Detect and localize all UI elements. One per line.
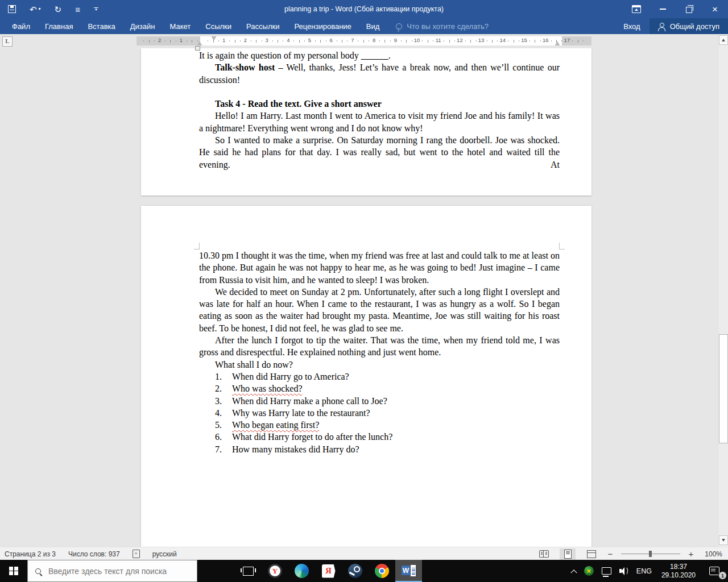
taskbar-app-edge[interactable] (288, 560, 315, 582)
yandex-icon: Я (322, 564, 336, 578)
web-layout-button[interactable] (584, 548, 599, 560)
page1-text: It is again the question of my personal … (199, 48, 560, 171)
ruler-tick (149, 40, 150, 43)
taskbar-clock[interactable]: 18:37 29.10.2020 (656, 563, 701, 580)
touch-mouse-mode-button[interactable]: ≡ (75, 5, 80, 14)
tell-me-label: Что вы хотите сделать? (407, 22, 489, 31)
taskbar-app-word[interactable]: W (395, 560, 422, 582)
status-right-group: − + 100% (536, 548, 728, 560)
clock-time: 18:37 (670, 563, 687, 571)
taskbar-search[interactable] (27, 560, 197, 582)
zoom-slider[interactable] (621, 554, 680, 554)
paragraph: After the lunch I forgot to tip the wait… (199, 334, 560, 359)
ruler-tick: 3 (265, 37, 268, 43)
ribbon-display-options-button[interactable] (623, 0, 650, 18)
ribbon-tab-8[interactable]: Вид (359, 18, 387, 34)
tab-stop-selector[interactable]: L (2, 36, 13, 47)
task-view-button[interactable] (235, 560, 262, 582)
taskbar-app-chrome[interactable] (369, 560, 395, 582)
ruler-tick (235, 40, 235, 43)
share-button[interactable]: Общий доступ (650, 18, 728, 34)
notification-badge: 1 (718, 571, 727, 580)
ribbon-tab-6[interactable]: Рассылки (239, 18, 287, 34)
antivirus-tray-button[interactable] (580, 560, 598, 582)
chrome-icon (375, 564, 389, 578)
paragraph: Hello! I am Harry. Last month I went to … (199, 110, 560, 134)
proofing-errors-icon[interactable]: × (133, 550, 140, 558)
minimize-button[interactable] (650, 0, 676, 18)
word-count-status[interactable]: Число слов: 937 (68, 550, 120, 558)
network-tray-button[interactable] (598, 560, 615, 582)
ruler-tick: 11 (436, 37, 441, 43)
sign-in-button[interactable]: Вход (614, 18, 649, 34)
ruler-tick (165, 40, 166, 41)
ribbon-tab-5[interactable]: Ссылки (198, 18, 239, 34)
left-indent-marker[interactable] (195, 46, 200, 51)
ribbon-tab-2[interactable]: Вставка (80, 18, 122, 34)
question-number: 7. (215, 443, 232, 455)
ruler-tick: 15 (521, 37, 527, 43)
restore-button[interactable] (676, 0, 702, 18)
ruler-tick (476, 40, 477, 41)
ruler-tick (465, 40, 466, 41)
ribbon-tab-7[interactable]: Рецензирование (287, 18, 358, 34)
redo-button[interactable]: ↻ (55, 5, 62, 14)
print-layout-button[interactable] (560, 548, 576, 560)
web-layout-icon (587, 550, 596, 558)
up-arrow-icon (722, 39, 725, 41)
input-language-button[interactable]: ENG (632, 560, 656, 582)
clock-date: 29.10.2020 (661, 571, 696, 580)
zoom-out-button[interactable]: − (607, 550, 613, 558)
ruler-tick (197, 40, 198, 41)
save-button[interactable] (8, 5, 16, 13)
language-status[interactable]: русский (152, 550, 177, 558)
ruler-tick: 2 (158, 37, 161, 43)
zoom-in-button[interactable]: + (688, 550, 694, 558)
taskbar-app-steam[interactable] (342, 560, 369, 582)
ruler-tick: 1 (180, 37, 183, 43)
question-item: 4.Why was Harry late to the restaurant? (199, 407, 560, 419)
first-line-indent-marker[interactable] (212, 36, 216, 40)
question-number: 5. (215, 419, 232, 431)
ribbon-tab-0[interactable]: Файл (5, 18, 38, 34)
taskbar-app-yandex[interactable]: Я (315, 560, 342, 582)
page-number-status[interactable]: Страница 2 из 3 (5, 550, 56, 558)
scroll-up-button[interactable] (719, 35, 728, 45)
volume-tray-button[interactable] (615, 560, 632, 582)
taskbar-app-yandex-browser[interactable]: Y (262, 560, 288, 582)
scroll-down-button[interactable] (719, 535, 728, 545)
hanging-indent-marker[interactable] (197, 41, 202, 45)
scrollbar-thumb[interactable] (719, 334, 728, 443)
ruler-tick (530, 40, 530, 41)
question-text: Who was shocked? (232, 383, 303, 394)
status-bar: Страница 2 из 3 Число слов: 937 × русски… (0, 547, 728, 560)
zoom-level[interactable]: 100% (702, 550, 722, 558)
tray-expand-button[interactable] (568, 560, 580, 582)
start-button[interactable] (0, 560, 27, 582)
question-text: Who began eating first? (232, 419, 319, 431)
action-center-button[interactable]: 1 (701, 560, 728, 582)
undo-button[interactable]: ↶▾ (30, 5, 41, 14)
ruler-tick (304, 40, 305, 41)
document-page-1[interactable]: It is again the question of my personal … (141, 48, 592, 196)
zoom-slider-thumb[interactable] (649, 551, 652, 557)
ruler-tick (213, 40, 214, 43)
tell-me-search[interactable]: Что вы хотите сделать? (396, 18, 489, 34)
vertical-scrollbar[interactable] (718, 34, 728, 547)
ribbon-tab-3[interactable]: Дизайн (123, 18, 163, 34)
document-page-2[interactable]: 10.30 pm I thought it was the time, when… (141, 206, 592, 547)
ribbon-tab-1[interactable]: Главная (38, 18, 80, 34)
antivirus-icon (584, 566, 594, 576)
undo-dropdown-icon[interactable]: ▾ (39, 7, 41, 11)
search-input[interactable] (47, 566, 180, 576)
ruler-tick (433, 40, 433, 41)
question-item: 6.What did Harry forget to do after the … (199, 431, 560, 443)
paragraph: We decided to meet on Sunday at 2 pm. Un… (199, 286, 560, 334)
read-mode-button[interactable] (536, 548, 552, 560)
close-button[interactable]: × (702, 0, 728, 18)
horizontal-ruler[interactable]: 211234567891011121314151617 (136, 36, 592, 45)
customize-quick-access-button[interactable]: ▾ (94, 7, 98, 11)
empty-paragraph (199, 86, 560, 98)
ribbon-tab-4[interactable]: Макет (162, 18, 198, 34)
question-text: Why was Harry late to the restaurant? (232, 407, 370, 419)
